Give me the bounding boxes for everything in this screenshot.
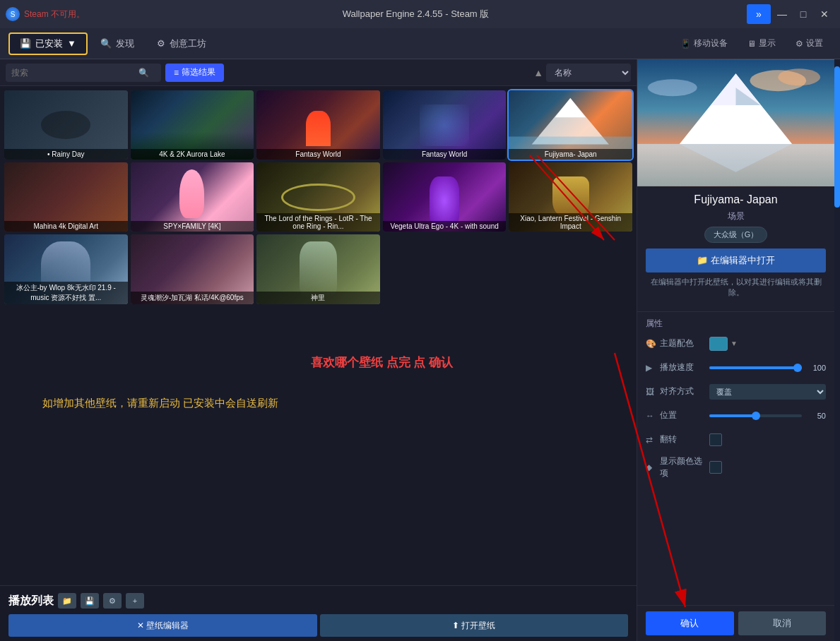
item-label-spy: SPY×FAMILY [4K]	[131, 221, 254, 232]
rating-badge: 大众级（G）	[704, 227, 768, 243]
gallery-item-spy[interactable]: SPY×FAMILY [4K]	[131, 162, 254, 232]
discover-icon: 🔍	[100, 38, 112, 49]
playlist-gear-btn[interactable]: ⚙	[103, 593, 122, 609]
mobile-label: 移动设备	[694, 37, 728, 49]
playlist-folder-btn[interactable]: 📁	[58, 593, 76, 609]
prop-row-flip: ⇄ 翻转	[646, 431, 826, 448]
playback-slider-track[interactable]	[709, 366, 802, 369]
hint-text: 喜欢哪个壁纸 点完 点 确认	[311, 354, 453, 371]
titlebar-controls: » — □ ✕	[747, 4, 834, 24]
confirm-button[interactable]: 确认	[646, 611, 734, 635]
gallery-item-lotr[interactable]: The Lord of the Rings - LotR - The one R…	[256, 162, 380, 232]
steam-icon: S	[6, 7, 20, 21]
search-wrap: 🔍	[6, 64, 161, 82]
sort-select[interactable]: 名称	[546, 64, 631, 82]
filter-button[interactable]: ≡ 筛选结果	[165, 64, 224, 82]
nav-display[interactable]: 🖥 显示	[739, 33, 784, 54]
gallery-item-xiao[interactable]: Xiao, Lantern Festival - Genshin Impact	[509, 162, 632, 232]
color-swatch[interactable]	[709, 337, 728, 351]
cancel-button[interactable]: 取消	[738, 611, 827, 635]
theme-color-label: 主题配色	[660, 337, 709, 349]
playback-slider-wrap: 100	[709, 364, 826, 372]
nav-mobile[interactable]: 📱 移动设备	[672, 33, 736, 54]
gallery-item-fantasy2[interactable]: Fantasy World	[383, 90, 507, 160]
window-title: Wallpaper Engine 2.4.55 - Steam 版	[85, 8, 747, 20]
main-window: S Steam 不可用。 Wallpaper Engine 2.4.55 - S…	[0, 0, 840, 641]
theme-color-icon: 🎨	[646, 339, 660, 349]
gallery-item-fantasy1[interactable]: Fantasy World	[256, 90, 380, 160]
gallery-item-rainy[interactable]: • Rainy Day	[4, 90, 128, 160]
search-input[interactable]	[11, 68, 138, 78]
right-panel-title: Fujiyama- Japan	[646, 193, 826, 206]
position-value: 50	[709, 412, 826, 420]
item-label-fantasy1: Fantasy World	[256, 149, 380, 160]
item-label-vegeta: Vegeta Ultra Ego - 4K - with sound	[383, 221, 507, 232]
wallpaper-editor-button[interactable]: ✕ 壁纸编辑器	[8, 614, 317, 637]
right-scroll-thumb	[834, 66, 840, 208]
sort-arrow-up[interactable]: ▲	[533, 67, 543, 78]
flip-value	[709, 433, 826, 446]
svg-marker-1	[555, 98, 586, 117]
gallery-item-linghun[interactable]: 灵魂潮汐-加瓦湖 私话/4K@60fps	[131, 234, 254, 304]
filter-label: 筛选结果	[182, 66, 215, 78]
gallery-item-shen[interactable]: 神里	[256, 234, 380, 304]
left-panel: 🔍 ≡ 筛选结果 ▲ 名称	[0, 59, 637, 641]
properties-title: 属性	[646, 318, 826, 330]
nav-settings[interactable]: ⚙ 设置	[787, 33, 832, 54]
gallery-grid: • Rainy Day 4K & 2K Aurora Lake Fantasy …	[4, 90, 632, 304]
position-slider-track[interactable]	[709, 414, 802, 417]
preview-svg	[637, 59, 834, 186]
flip-icon: ⇄	[646, 435, 660, 445]
playback-icon: ▶	[646, 363, 660, 373]
gallery-item-fujiyama[interactable]: Fujiyama- Japan	[509, 90, 632, 160]
gallery-item-bingong[interactable]: 冰公主-by Wlop 8k无水印 21.9 -music 资源不好找 置...	[4, 234, 128, 304]
right-tag: 大众级（G）	[646, 227, 826, 243]
theme-color-value: ▼	[709, 337, 826, 351]
color-options-icon: ◆	[646, 462, 660, 472]
position-icon: ↔	[646, 411, 660, 421]
playlist-add-btn[interactable]: +	[126, 593, 144, 609]
position-slider-fill	[709, 414, 756, 417]
workshop-label: 创意工坊	[170, 37, 206, 50]
color-options-label: 显示颜色选项	[660, 455, 709, 479]
workshop-icon: ⚙	[157, 38, 165, 49]
display-icon: 🖥	[747, 39, 756, 49]
editor-description: 在编辑器中打开此壁纸，以对其进行编辑或将其删除。	[646, 277, 826, 299]
right-info: Fujiyama- Japan 场景 大众级（G） 📁 在编辑器中打开 在编辑器…	[637, 186, 834, 311]
display-label: 显示	[759, 37, 776, 49]
alignment-select[interactable]: 覆盖 拉伸 居中	[709, 384, 826, 400]
close-button[interactable]: ✕	[815, 4, 834, 24]
nav-right: 📱 移动设备 🖥 显示 ⚙ 设置	[672, 33, 832, 54]
flip-checkbox[interactable]	[709, 433, 722, 446]
nav-installed[interactable]: 💾 已安装 ▼	[8, 32, 88, 55]
item-label-fujiyama: Fujiyama- Japan	[509, 149, 632, 160]
playlist-label: 播放列表	[8, 594, 54, 609]
properties-section: 属性 🎨 主题配色 ▼ ▶ 播放速度	[637, 311, 834, 605]
settings-icon: ⚙	[795, 39, 803, 49]
position-slider-wrap: 50	[709, 412, 826, 420]
open-in-editor-button[interactable]: 📁 在编辑器中打开	[646, 248, 826, 272]
gallery-item-aurora[interactable]: 4K & 2K Aurora Lake	[131, 90, 254, 160]
gallery-panel: • Rainy Day 4K & 2K Aurora Lake Fantasy …	[0, 86, 637, 585]
color-options-checkbox[interactable]	[709, 461, 722, 474]
playlist-save-btn[interactable]: 💾	[81, 593, 99, 609]
nav-discover[interactable]: 🔍 发现	[90, 32, 144, 55]
minimize-button[interactable]: —	[772, 4, 792, 24]
installed-label: 已安装	[35, 37, 63, 50]
color-dropdown-arrow[interactable]: ▼	[730, 340, 738, 347]
right-scrollbar[interactable]	[834, 59, 840, 641]
restore-button[interactable]: □	[793, 4, 813, 24]
item-label-shen: 神里	[256, 292, 380, 304]
gallery-item-vegeta[interactable]: Vegeta Ultra Ego - 4K - with sound	[383, 162, 507, 232]
svg-point-5	[778, 68, 820, 85]
chevron-button[interactable]: »	[747, 4, 771, 24]
open-wallpaper-button[interactable]: ⬆ 打开壁纸	[320, 614, 629, 637]
playback-label: 播放速度	[660, 361, 709, 373]
gallery-item-mahina[interactable]: Mahina 4k Digital Art	[4, 162, 128, 232]
item-label-aurora: 4K & 2K Aurora Lake	[131, 149, 254, 160]
sort-wrap: ▲ 名称	[533, 64, 631, 82]
flip-label: 翻转	[660, 433, 709, 445]
discover-label: 发现	[116, 37, 134, 50]
item-label-mahina: Mahina 4k Digital Art	[4, 221, 128, 232]
nav-workshop[interactable]: ⚙ 创意工坊	[147, 32, 216, 55]
